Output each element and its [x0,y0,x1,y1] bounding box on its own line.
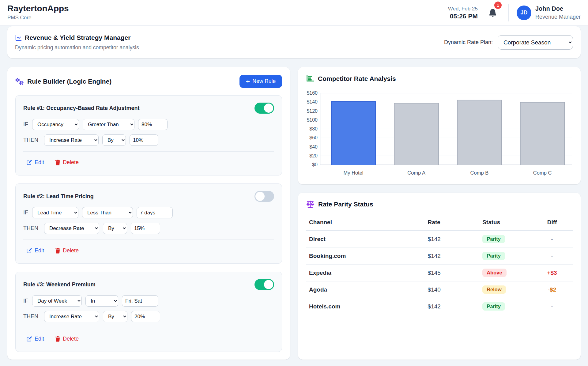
svg-text:$60: $60 [309,135,318,140]
svg-text:$80: $80 [309,126,318,131]
svg-text:$100: $100 [307,117,318,123]
svg-text:$40: $40 [309,144,318,149]
svg-text:$160: $160 [307,91,318,96]
svg-text:$20: $20 [309,153,318,158]
svg-text:Comp C: Comp C [533,170,552,175]
svg-text:My Hotel: My Hotel [343,170,363,175]
svg-text:Comp B: Comp B [470,170,489,175]
svg-text:Comp A: Comp A [407,170,425,175]
svg-text:$140: $140 [307,99,318,104]
svg-text:$0: $0 [312,162,318,167]
svg-text:$120: $120 [307,108,318,114]
